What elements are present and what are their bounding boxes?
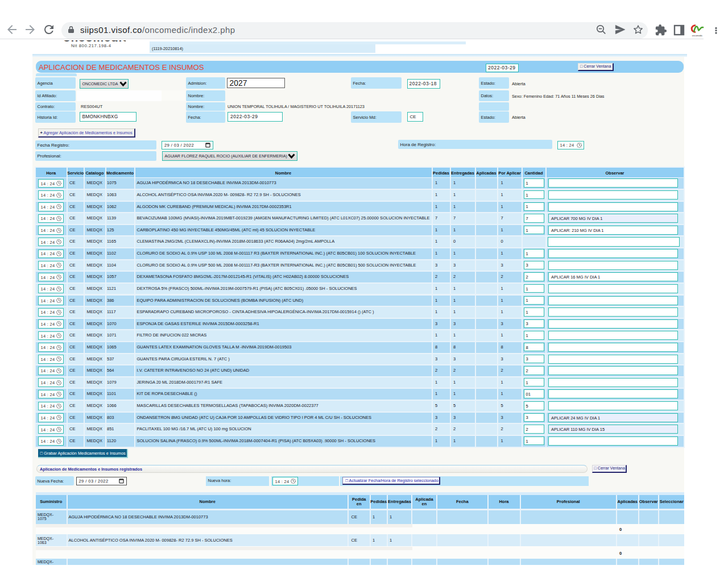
svg-text:oncomedic: oncomedic (692, 35, 702, 37)
